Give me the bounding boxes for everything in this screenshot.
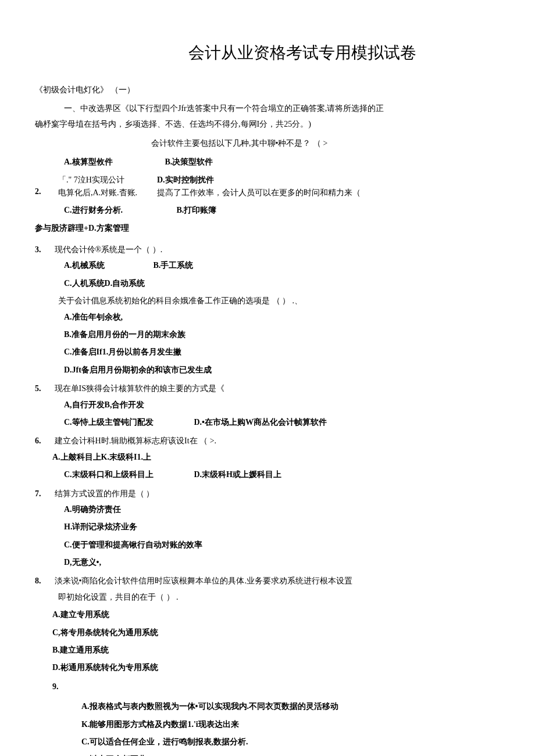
q3-option-a: A.机械系统 [64, 259, 134, 272]
q3-text: 现代会计伶®系统是一个（ ）. [55, 245, 163, 254]
q1-option-d: D.实时控制扰件 [157, 174, 535, 187]
q3-number: 3. [35, 243, 52, 256]
q1-option-b: B.决策型软件 [165, 156, 213, 169]
q8-option-c: C,将专用条统转化为通用系统 [52, 626, 535, 639]
q9-option-k: K.能够用图形方式格及内数据1.'i现表达出来 [81, 718, 535, 731]
q2-number: 2. [35, 187, 41, 196]
q4-option-c: C.准备启If1.月份以前各月发生撇 [64, 346, 535, 359]
q4-option-a: A.准缶年钊余枚, [64, 311, 535, 324]
q9-number: 9. [52, 680, 535, 693]
q2-option-b: B.打印账簿 [177, 204, 217, 217]
q5-option-ab: A,自行开发B,合作开发 [64, 399, 535, 411]
q8-number: 8. [35, 575, 52, 587]
q2-option-c: C.进行财务分析. [64, 204, 157, 217]
q5-number: 5. [35, 382, 52, 395]
q6-number: 6. [35, 435, 52, 447]
q4-option-b: B.准备启用月份的一月的期末余族 [64, 328, 535, 341]
q6-text: 建立会计科H时.辑助概算标志府该设It在 （ >. [55, 436, 217, 445]
q2-text-part1: 电算化后,A.对账.杳账. [58, 187, 157, 199]
q9-option-c: C.可以适合任何企业，进行鸣制报表,数据分析. [81, 736, 535, 748]
q5-option-d: D.•在市场上购W商丛化会计帧算软件 [194, 418, 327, 427]
q8-option-d: D.彬通用系统转化为专用系统 [52, 661, 535, 674]
q9-option-a: A.报表格式与表内数照视为一体•可以实现我内.不同衣页数据的灵活移动 [81, 700, 535, 713]
q7-number: 7. [35, 488, 52, 500]
q7-text: 结算方式设置的作用是（ ） [55, 489, 155, 498]
page-title: 会计从业资格考试专用模拟试卷 [35, 40, 535, 66]
q4-option-d: D.Jft备启用月份期初余的和该市已发生成 [64, 364, 535, 377]
section-instruction-2: 确杼窠字母埴在括号内，乡项选择、不选、任选均不得分,每网I分，共25分。) [35, 118, 535, 131]
q7-option-c: C.便于管理和提高锹行自动对账的效率 [64, 539, 535, 551]
q9-option-d: D,以上三个都正曲 [81, 753, 535, 756]
q7-option-b: H.详刑记录炫济业务 [64, 521, 535, 533]
q2-text-part2: 提高了工作效率，会计人员可以在更多的时问和精力来（ [157, 187, 535, 199]
subtitle: 《初级会计电灯化》 （一） [35, 84, 535, 96]
q7-option-d: D,无意义•, [64, 556, 535, 569]
q4-text: 关于会计倡息系统初始化的科目余娥准备工作正确的选项是 （ ） .、 [58, 296, 302, 305]
q5-option-c: C.等恃上级主管钝门配发 [64, 416, 192, 429]
section-instruction-1: 一、中改选界区《以下行型四个Jfr迭答案中只有一个符合塌立的正确答案,请将所选择… [64, 102, 535, 115]
q3-option-cd: C.人机系统D.自动系统 [64, 277, 535, 290]
q8-text-2: 即初始化设置，共目的在于（ ） . [58, 591, 535, 604]
q7-option-a: A.明确势济责任 [64, 503, 535, 516]
q5-text: 现在单IS狭得会计核算软件的娘主要的方式是《 [55, 384, 224, 393]
q1-text: 会计软件主要包括以下几种,其中聊•种不是？ （ > [151, 137, 535, 150]
q6-option-a: A.上皴科目上K.末级科I1.上 [52, 451, 535, 464]
q8-option-a: A.建立专用系统 [52, 608, 535, 621]
q8-text: 淡来说•商陷化会计软件信用时应该根舞本单位的具体.业务要求劝系统进行根本设置 [55, 576, 352, 585]
q1-option-c: 「." 7泣H实现公计 [58, 174, 157, 187]
q8-option-b: B.建立通用系统 [52, 644, 535, 657]
q1-option-a: A.核算型攸件 [64, 156, 145, 169]
q6-option-d: D.末级科H或上媛科目上 [194, 470, 282, 479]
q2-extra-text: 参与股济辟理+D.方案管理 [35, 222, 535, 235]
q3-option-b: B.手工系统 [154, 259, 194, 272]
q6-option-c: C.末级科口和上级科目上 [64, 468, 192, 481]
